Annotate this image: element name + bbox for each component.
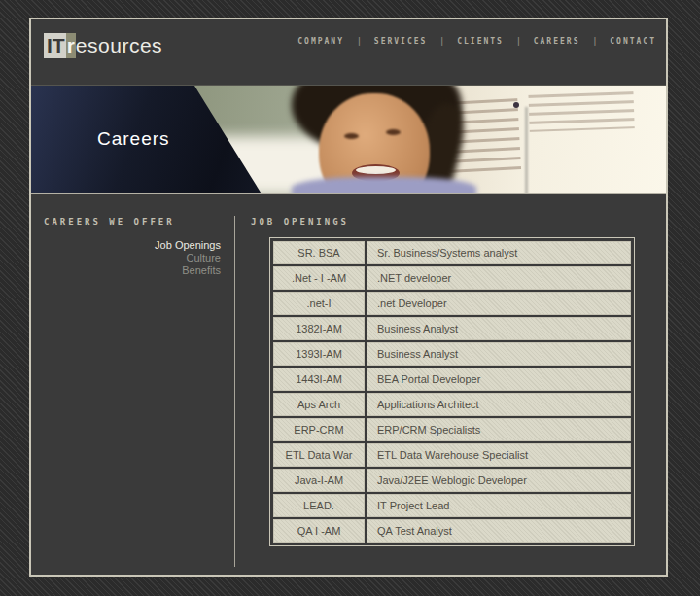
banner-monitor-vents: [528, 86, 634, 132]
job-title-cell: IT Project Lead: [367, 494, 631, 517]
job-code-cell: ERP-CRM: [273, 418, 365, 441]
sidebar-heading: CAREERS WE OFFER: [44, 217, 175, 227]
job-title-cell: Business Analyst: [367, 342, 631, 366]
job-title-cell: QA Test Analyst: [367, 519, 631, 543]
nav-separator: |: [439, 37, 444, 46]
job-code-cell: 1382I-AM: [273, 317, 365, 340]
banner-woman-eye: [386, 129, 401, 135]
nav-item-company[interactable]: COMPANY: [298, 37, 344, 46]
sidebar-links: Job OpeningsCultureBenefits: [44, 239, 221, 277]
job-title-cell: ERP/CRM Specialists: [367, 418, 631, 441]
main-navigation: COMPANY|SERVICES|CLIENTS|CAREERS|CONTACT: [298, 37, 656, 46]
job-openings-heading: JOB OPENINGS: [251, 217, 349, 227]
table-row[interactable]: .Net - I -AM .NET developer: [273, 266, 631, 290]
job-title-cell: Applications Architect: [367, 393, 631, 416]
sidebar-item-culture[interactable]: Culture: [44, 252, 221, 264]
banner-woman-eye: [344, 133, 359, 139]
job-title-cell: BEA Portal Developer: [367, 368, 631, 391]
job-code-cell: Java-I-AM: [273, 469, 365, 492]
table-row[interactable]: LEAD. IT Project Lead: [273, 494, 631, 517]
banner-monitor-dot: [513, 102, 519, 108]
banner-monitor-seam: [525, 107, 528, 194]
table-row[interactable]: SR. BSA Sr. Business/Systems analyst: [273, 241, 631, 264]
banner-title: Careers: [97, 128, 170, 150]
sidebar-item-benefits[interactable]: Benefits: [44, 264, 221, 277]
nav-item-contact[interactable]: CONTACT: [610, 37, 656, 46]
logo[interactable]: ITresources: [44, 34, 162, 56]
nav-separator: |: [357, 37, 362, 46]
job-code-cell: LEAD.: [273, 494, 365, 517]
job-code-cell: 1393I-AM: [273, 342, 365, 366]
table-row[interactable]: ETL Data War ETL Data Warehouse Speciali…: [273, 443, 631, 467]
job-title-cell: ETL Data Warehouse Specialist: [367, 443, 631, 467]
table-row[interactable]: QA I -AM QA Test Analyst: [273, 519, 631, 543]
job-title-cell: Sr. Business/Systems analyst: [367, 241, 631, 264]
job-title-cell: Business Analyst: [367, 317, 631, 340]
table-row[interactable]: 1443I-AM BEA Portal Developer: [273, 368, 631, 391]
vertical-divider: [234, 216, 235, 567]
logo-r-block: r: [66, 33, 76, 58]
table-row[interactable]: 1382I-AM Business Analyst: [273, 317, 631, 340]
nav-item-clients[interactable]: CLIENTS: [457, 37, 504, 46]
job-code-cell: ETL Data War: [273, 443, 365, 467]
job-code-cell: Aps Arch: [273, 393, 365, 416]
sidebar-item-job-openings[interactable]: Job Openings: [44, 239, 221, 252]
table-row[interactable]: Aps Arch Applications Architect: [273, 393, 631, 416]
job-title-cell: Java/J2EE Weblogic Developer: [367, 469, 631, 492]
careers-banner-image: Careers: [31, 85, 666, 194]
logo-text: esources: [76, 34, 162, 56]
job-code-cell: 1443I-AM: [273, 368, 365, 391]
logo-it-block: IT: [44, 33, 66, 58]
job-code-cell: QA I -AM: [273, 519, 365, 543]
banner-woman-shirt: [292, 177, 476, 194]
nav-separator: |: [592, 37, 597, 46]
table-row[interactable]: ERP-CRM ERP/CRM Specialists: [273, 418, 631, 441]
page-container: ITresources COMPANY|SERVICES|CLIENTS|CAR…: [29, 18, 668, 577]
job-code-cell: .net-I: [273, 292, 365, 315]
job-title-cell: .net Developer: [367, 292, 631, 315]
nav-item-services[interactable]: SERVICES: [374, 37, 428, 46]
table-row[interactable]: Java-I-AM Java/J2EE Weblogic Developer: [273, 469, 631, 492]
job-code-cell: SR. BSA: [273, 241, 365, 264]
job-title-cell: .NET developer: [367, 266, 631, 290]
nav-separator: |: [516, 37, 521, 46]
job-openings-table: SR. BSA Sr. Business/Systems analyst .Ne…: [269, 237, 635, 546]
nav-item-careers[interactable]: CAREERS: [534, 37, 580, 46]
job-code-cell: .Net - I -AM: [273, 266, 365, 290]
table-row[interactable]: 1393I-AM Business Analyst: [273, 342, 631, 366]
table-row[interactable]: .net-I .net Developer: [273, 292, 631, 315]
